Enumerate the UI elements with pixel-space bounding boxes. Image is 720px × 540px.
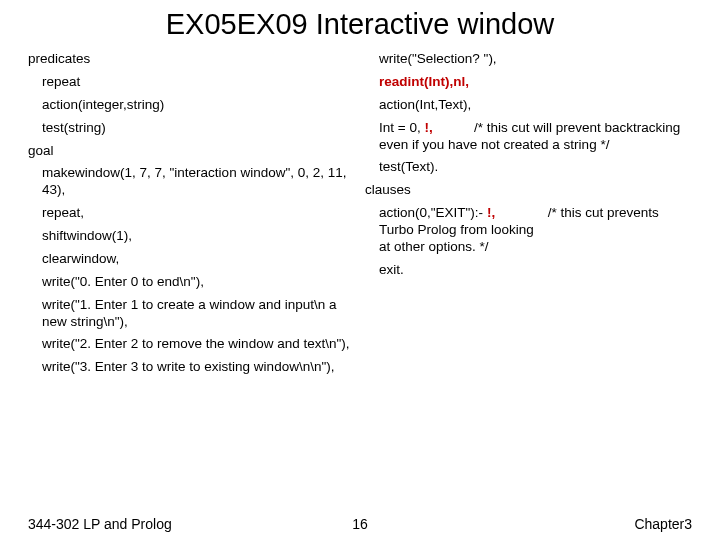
highlight: !, bbox=[424, 120, 432, 135]
page-number: 16 bbox=[352, 516, 368, 532]
code-line: action(integer,string) bbox=[28, 97, 355, 114]
code-line: readint(Int),nl, bbox=[365, 74, 692, 91]
footer: 344-302 LP and Prolog 16 Chapter3 bbox=[0, 516, 720, 532]
code-line: goal bbox=[28, 143, 355, 160]
code-line: shiftwindow(1), bbox=[28, 228, 355, 245]
page-title: EX05EX09 Interactive window bbox=[0, 0, 720, 45]
code-line: predicates bbox=[28, 51, 355, 68]
footer-right: Chapter3 bbox=[634, 516, 692, 532]
code-line: action(0,"EXIT"):- !, /* this cut preven… bbox=[365, 205, 692, 256]
code-line: Int = 0, !, /* this cut will prevent bac… bbox=[365, 120, 692, 154]
code-line: makewindow(1, 7, 7, "interaction window"… bbox=[28, 165, 355, 199]
code-line: write("2. Enter 2 to remove the window a… bbox=[28, 336, 355, 353]
highlight: !, bbox=[487, 205, 495, 220]
content-columns: predicates repeat action(integer,string)… bbox=[0, 45, 720, 382]
code-text: Int = 0, bbox=[379, 120, 421, 135]
code-text: action(0,"EXIT"):- bbox=[379, 205, 483, 220]
comment: at other options. */ bbox=[379, 239, 489, 254]
footer-left: 344-302 LP and Prolog bbox=[28, 516, 172, 532]
code-line: write("3. Enter 3 to write to existing w… bbox=[28, 359, 355, 376]
code-line: clauses bbox=[365, 182, 692, 199]
code-line: write("Selection? "), bbox=[365, 51, 692, 68]
code-line: repeat, bbox=[28, 205, 355, 222]
code-line: exit. bbox=[365, 262, 692, 279]
right-column: write("Selection? "), readint(Int),nl, a… bbox=[365, 45, 692, 382]
highlight: readint(Int),nl, bbox=[379, 74, 469, 89]
code-line: write("0. Enter 0 to end\n"), bbox=[28, 274, 355, 291]
code-line: test(string) bbox=[28, 120, 355, 137]
code-line: test(Text). bbox=[365, 159, 692, 176]
code-line: clearwindow, bbox=[28, 251, 355, 268]
code-line: write("1. Enter 1 to create a window and… bbox=[28, 297, 355, 331]
code-line: repeat bbox=[28, 74, 355, 91]
code-line: action(Int,Text), bbox=[365, 97, 692, 114]
left-column: predicates repeat action(integer,string)… bbox=[28, 45, 355, 382]
